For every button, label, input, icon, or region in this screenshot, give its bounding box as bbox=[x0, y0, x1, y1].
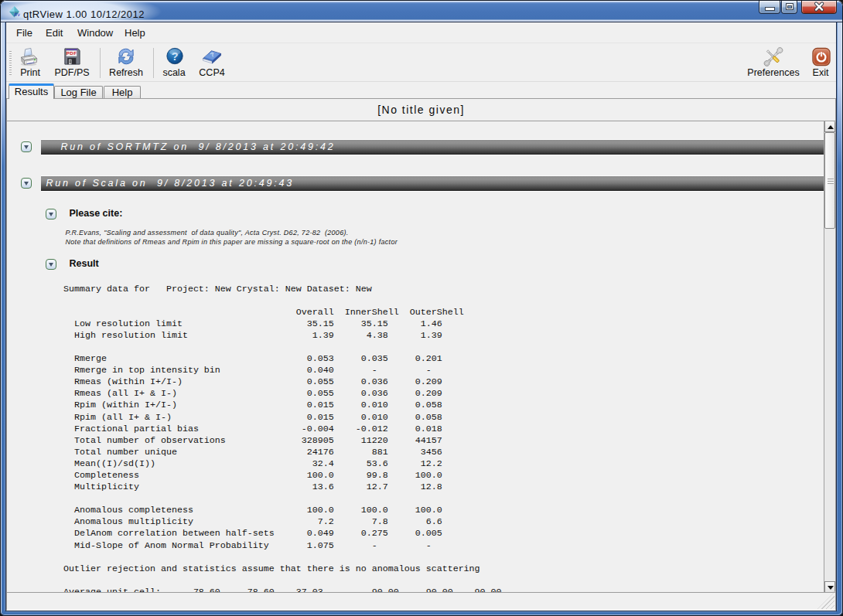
svg-text:?: ? bbox=[172, 50, 179, 63]
svg-text:RV: RV bbox=[14, 12, 20, 17]
svg-text:PDF: PDF bbox=[67, 50, 77, 56]
